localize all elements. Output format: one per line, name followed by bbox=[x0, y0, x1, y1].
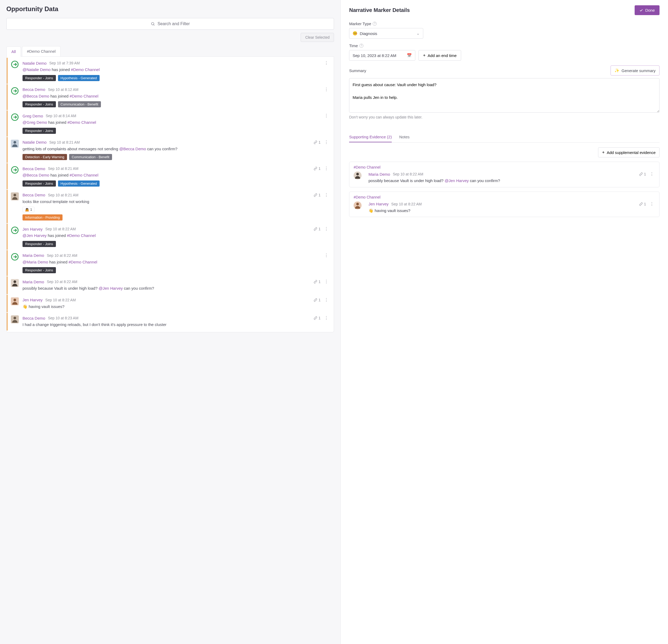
more-menu-icon[interactable]: ⋮ bbox=[649, 201, 655, 207]
more-menu-icon[interactable]: ⋮ bbox=[323, 297, 330, 303]
message-row: Jen HarveySep 10 at 8:22 AM1⋮👋 having va… bbox=[6, 295, 334, 313]
evidence-text: possibly because Vault is under high loa… bbox=[368, 178, 655, 184]
link-count[interactable]: 1 bbox=[314, 227, 320, 231]
tag[interactable]: Hypothesis - Generated bbox=[58, 180, 100, 186]
tag[interactable]: Detection - Early Warning bbox=[22, 154, 67, 160]
link-count[interactable]: 1 bbox=[314, 316, 320, 320]
more-menu-icon[interactable]: ⋮ bbox=[323, 166, 330, 171]
link-count[interactable]: 1 bbox=[639, 202, 646, 206]
link-count[interactable]: 1 bbox=[314, 140, 320, 145]
message-text: @Maria Demo has joined #Demo Channel bbox=[22, 259, 330, 265]
message-author[interactable]: Maria Demo bbox=[22, 253, 44, 258]
plus-icon: + bbox=[602, 150, 604, 155]
link-count[interactable]: 1 bbox=[639, 172, 646, 176]
link-count[interactable]: 1 bbox=[314, 298, 320, 302]
message-row: Becca DemoSep 10 at 8:21 AM1⋮@Becca Demo… bbox=[6, 163, 334, 189]
clear-selected-button[interactable]: Clear Selected bbox=[301, 33, 334, 42]
tag[interactable]: Responder - Joins bbox=[22, 180, 56, 186]
evidence-author[interactable]: Maria Demo bbox=[368, 172, 390, 177]
evidence-text: 👋 having vault issues? bbox=[368, 208, 655, 214]
reaction[interactable]: 🙇 1 bbox=[22, 207, 34, 212]
tag[interactable]: Responder - Joins bbox=[22, 267, 56, 273]
svg-point-13 bbox=[356, 173, 359, 176]
more-menu-icon[interactable]: ⋮ bbox=[649, 171, 655, 177]
tag[interactable]: Communication - Benefit bbox=[58, 101, 101, 107]
join-icon bbox=[11, 226, 19, 234]
message-time: Sep 10 at 8:14 AM bbox=[46, 114, 76, 118]
more-menu-icon[interactable]: ⋮ bbox=[323, 279, 330, 284]
left-pane: Opportunity Data Search and Filter Clear… bbox=[0, 0, 340, 644]
marker-type-select[interactable]: 🤒 Diagnosis ⌄ bbox=[349, 28, 423, 39]
avatar bbox=[11, 315, 19, 323]
message-author[interactable]: Jen Harvey bbox=[22, 227, 43, 231]
tag[interactable]: Responder - Joins bbox=[22, 101, 56, 107]
avatar bbox=[354, 201, 362, 209]
summary-textarea[interactable] bbox=[349, 78, 659, 113]
tag[interactable]: Responder - Joins bbox=[22, 75, 56, 81]
evidence-channel[interactable]: #Demo Channel bbox=[354, 195, 655, 199]
tags-row: Responder - Joins bbox=[22, 267, 330, 273]
message-row: Becca DemoSep 10 at 8:12 AM⋮@Becca Demo … bbox=[6, 84, 334, 110]
more-menu-icon[interactable]: ⋮ bbox=[323, 192, 330, 198]
more-menu-icon[interactable]: ⋮ bbox=[323, 315, 330, 321]
message-author[interactable]: Jen Harvey bbox=[22, 298, 43, 302]
tag[interactable]: Responder - Joins bbox=[22, 128, 56, 134]
avatar bbox=[354, 171, 362, 179]
more-menu-icon[interactable]: ⋮ bbox=[323, 140, 330, 145]
message-author[interactable]: Becca Demo bbox=[22, 316, 45, 320]
tag[interactable]: Hypothesis - Generated bbox=[58, 75, 100, 81]
more-menu-icon[interactable]: ⋮ bbox=[323, 253, 330, 258]
message-row: Greg DemoSep 10 at 8:14 AM⋮@Greg Demo ha… bbox=[6, 110, 334, 136]
more-menu-icon[interactable]: ⋮ bbox=[323, 226, 330, 231]
tab-notes[interactable]: Notes bbox=[399, 132, 409, 142]
done-button[interactable]: Done bbox=[635, 5, 659, 15]
avatar bbox=[11, 192, 19, 200]
message-author[interactable]: Greg Demo bbox=[22, 114, 43, 118]
message-feed: Natalie DemoSep 10 at 7:39 AM⋮@Natalie D… bbox=[6, 57, 334, 332]
time-label: Time ? bbox=[349, 43, 659, 48]
add-end-time-button[interactable]: + Add an end time bbox=[419, 50, 461, 61]
evidence-author[interactable]: Jen Harvey bbox=[368, 202, 389, 206]
message-row: Natalie DemoSep 10 at 7:39 AM⋮@Natalie D… bbox=[6, 58, 334, 84]
message-time: Sep 10 at 7:39 AM bbox=[49, 61, 80, 65]
add-evidence-button[interactable]: + Add supplemental evidence bbox=[598, 147, 659, 158]
more-menu-icon[interactable]: ⋮ bbox=[323, 60, 330, 66]
tab-all[interactable]: All bbox=[6, 46, 21, 57]
tab-supporting-evidence[interactable]: Supporting Evidence (2) bbox=[349, 132, 392, 142]
message-author[interactable]: Becca Demo bbox=[22, 193, 45, 197]
feed-tabs: All #Demo Channel bbox=[6, 46, 334, 57]
generate-summary-button[interactable]: ✨ Generate summary bbox=[610, 65, 659, 76]
message-time: Sep 10 at 8:21 AM bbox=[49, 140, 80, 145]
evidence-channel[interactable]: #Demo Channel bbox=[354, 165, 655, 169]
svg-point-5 bbox=[14, 141, 16, 144]
evidence-card: #Demo ChannelMaria DemoSep 10 at 8:22 AM… bbox=[349, 162, 659, 188]
message-time: Sep 10 at 8:22 AM bbox=[45, 227, 76, 231]
link-count[interactable]: 1 bbox=[314, 280, 320, 284]
more-menu-icon[interactable]: ⋮ bbox=[323, 113, 330, 118]
message-text: 👋 having vault issues? bbox=[22, 304, 330, 310]
evidence-time: Sep 10 at 8:22 AM bbox=[393, 172, 423, 176]
help-icon[interactable]: ? bbox=[360, 44, 363, 48]
link-count[interactable]: 1 bbox=[314, 166, 320, 171]
message-author[interactable]: Becca Demo bbox=[22, 87, 45, 92]
tab-demo-channel[interactable]: #Demo Channel bbox=[22, 46, 61, 57]
message-row: Maria DemoSep 10 at 8:22 AM⋮@Maria Demo … bbox=[6, 250, 334, 276]
time-input[interactable]: Sep 10, 2023 at 8:22 AM 📅 bbox=[349, 50, 415, 61]
join-icon bbox=[11, 166, 19, 174]
svg-point-12 bbox=[14, 317, 16, 319]
tag[interactable]: Information - Providing bbox=[22, 214, 62, 221]
search-placeholder: Search and Filter bbox=[157, 21, 190, 26]
message-author[interactable]: Maria Demo bbox=[22, 280, 44, 284]
details-title: Narrative Marker Details bbox=[349, 7, 410, 13]
tag[interactable]: Responder - Joins bbox=[22, 241, 56, 247]
message-text: @Greg Demo has joined #Demo Channel bbox=[22, 120, 330, 125]
search-filter-bar[interactable]: Search and Filter bbox=[6, 18, 334, 30]
message-author[interactable]: Natalie Demo bbox=[22, 140, 47, 145]
tag[interactable]: Communication - Benefit bbox=[69, 154, 112, 160]
more-menu-icon[interactable]: ⋮ bbox=[323, 87, 330, 92]
help-icon[interactable]: ? bbox=[373, 22, 377, 26]
message-author[interactable]: Natalie Demo bbox=[22, 61, 47, 65]
link-count[interactable]: 1 bbox=[314, 193, 320, 197]
tags-row: Responder - JoinsCommunication - Benefit bbox=[22, 101, 330, 107]
message-author[interactable]: Becca Demo bbox=[22, 166, 45, 171]
